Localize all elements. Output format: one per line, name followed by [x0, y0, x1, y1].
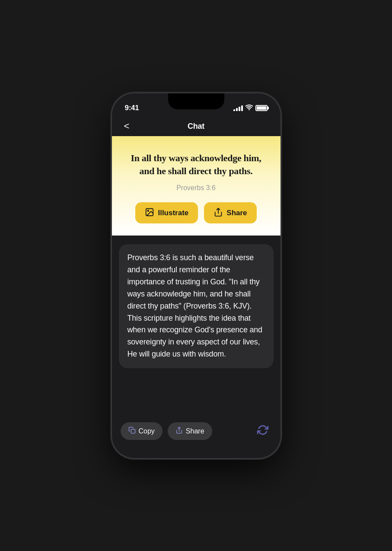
share-label: Share: [186, 427, 204, 435]
copy-icon: [128, 427, 136, 436]
notch: [168, 93, 224, 109]
share-verse-label: Share: [226, 209, 247, 217]
verse-actions: Illustrate Share: [125, 202, 268, 223]
refresh-button[interactable]: [254, 421, 272, 442]
wifi-icon: [245, 105, 253, 111]
chat-area: Proverbs 3:6 is such a beautiful verse a…: [112, 236, 280, 418]
status-time: 9:41: [125, 104, 139, 112]
copy-label: Copy: [139, 427, 155, 435]
signal-icon: [233, 105, 243, 111]
share-icon: [175, 427, 183, 436]
phone-frame: 9:41 < Chat: [112, 93, 280, 458]
page-title: Chat: [188, 122, 204, 131]
svg-point-1: [148, 210, 149, 212]
share-button[interactable]: Share: [168, 422, 212, 440]
verse-reference: Proverbs 3:6: [125, 184, 268, 192]
nav-header: < Chat: [112, 117, 280, 136]
scroll-content: In all thy ways acknowledge him, and he …: [112, 136, 280, 454]
battery-icon: [255, 105, 268, 111]
back-button[interactable]: <: [121, 119, 133, 134]
svg-rect-3: [131, 429, 135, 433]
chat-bubble-text: Proverbs 3:6 is such a beautiful verse a…: [127, 252, 265, 360]
illustrate-button[interactable]: Illustrate: [135, 202, 198, 223]
share-verse-button[interactable]: Share: [204, 202, 256, 223]
verse-card: In all thy ways acknowledge him, and he …: [112, 136, 280, 236]
bottom-actions: Copy Share: [112, 417, 280, 446]
illustrate-icon: [145, 207, 154, 218]
illustrate-label: Illustrate: [158, 209, 188, 217]
status-icons: [233, 105, 268, 111]
chat-bubble: Proverbs 3:6 is such a beautiful verse a…: [119, 244, 274, 368]
share-verse-icon: [214, 207, 223, 218]
verse-text: In all thy ways acknowledge him, and he …: [125, 152, 268, 178]
copy-button[interactable]: Copy: [121, 422, 163, 440]
